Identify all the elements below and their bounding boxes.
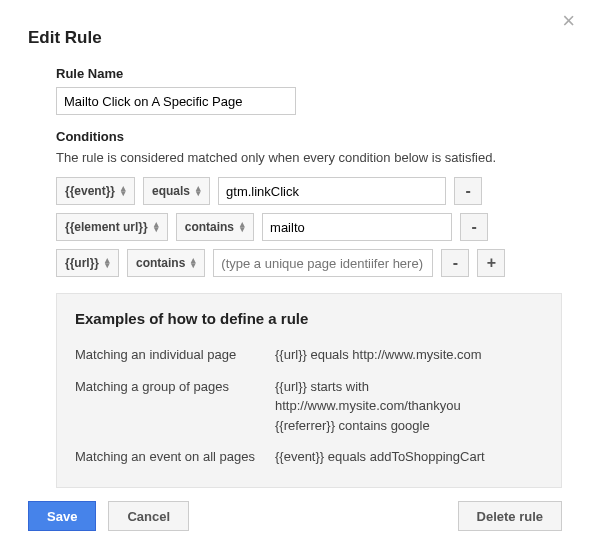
condition-value-input[interactable] [213, 249, 433, 277]
chevron-sort-icon [191, 258, 196, 268]
variable-select[interactable]: {{element url}} [56, 213, 168, 241]
condition-row: {{event}} equals - [56, 177, 562, 205]
example-label: Matching an individual page [75, 339, 275, 371]
remove-condition-button[interactable]: - [441, 249, 469, 277]
save-button[interactable]: Save [28, 501, 96, 531]
conditions-help: The rule is considered matched only when… [56, 150, 562, 165]
operator-select[interactable]: contains [176, 213, 254, 241]
chevron-sort-icon [121, 186, 126, 196]
example-value: {{url}} equals http://www.mysite.com [275, 339, 543, 371]
variable-label: {{element url}} [65, 220, 148, 234]
delete-rule-button[interactable]: Delete rule [458, 501, 562, 531]
condition-row: {{element url}} contains - [56, 213, 562, 241]
variable-label: {{url}} [65, 256, 99, 270]
operator-label: equals [152, 184, 190, 198]
chevron-sort-icon [196, 186, 201, 196]
example-value: {{url}} starts with http://www.mysite.co… [275, 371, 543, 442]
chevron-sort-icon [240, 222, 245, 232]
add-condition-button[interactable]: + [477, 249, 505, 277]
variable-select[interactable]: {{event}} [56, 177, 135, 205]
example-row: Matching an event on all pages {{event}}… [75, 441, 543, 473]
examples-panel: Examples of how to define a rule Matchin… [56, 293, 562, 488]
remove-condition-button[interactable]: - [460, 213, 488, 241]
dialog-footer: Save Cancel Delete rule [28, 501, 562, 531]
conditions-list: {{event}} equals - {{element url}} conta… [56, 177, 562, 277]
remove-condition-button[interactable]: - [454, 177, 482, 205]
condition-value-input[interactable] [262, 213, 452, 241]
operator-select[interactable]: equals [143, 177, 210, 205]
operator-label: contains [136, 256, 185, 270]
example-row: Matching a group of pages {{url}} starts… [75, 371, 543, 442]
variable-select[interactable]: {{url}} [56, 249, 119, 277]
example-value: {{event}} equals addToShoppingCart [275, 441, 543, 473]
example-label: Matching an event on all pages [75, 441, 275, 473]
example-label: Matching a group of pages [75, 371, 275, 442]
examples-heading: Examples of how to define a rule [75, 310, 543, 327]
operator-select[interactable]: contains [127, 249, 205, 277]
chevron-sort-icon [105, 258, 110, 268]
cancel-button[interactable]: Cancel [108, 501, 189, 531]
condition-value-input[interactable] [218, 177, 446, 205]
variable-label: {{event}} [65, 184, 115, 198]
chevron-sort-icon [154, 222, 159, 232]
close-icon[interactable]: × [562, 10, 575, 32]
condition-row: {{url}} contains - + [56, 249, 562, 277]
page-title: Edit Rule [28, 28, 562, 48]
rule-name-input[interactable] [56, 87, 296, 115]
operator-label: contains [185, 220, 234, 234]
example-row: Matching an individual page {{url}} equa… [75, 339, 543, 371]
conditions-label: Conditions [56, 129, 562, 144]
rule-name-label: Rule Name [56, 66, 562, 81]
